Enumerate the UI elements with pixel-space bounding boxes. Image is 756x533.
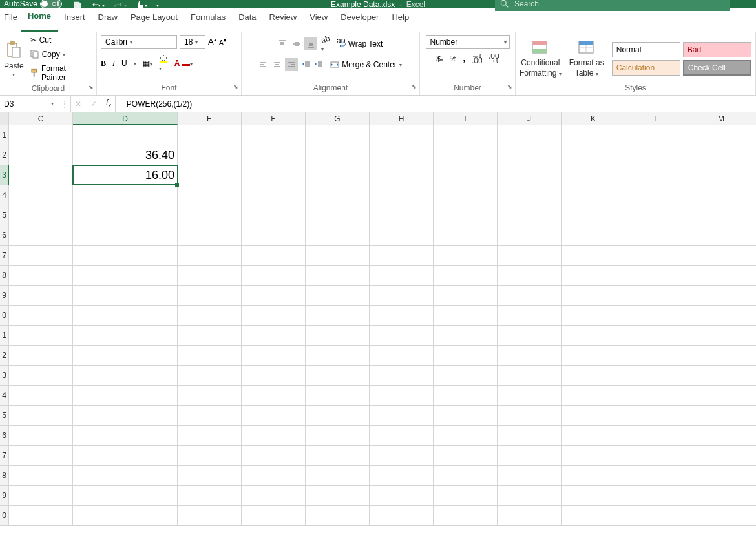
cell-F11[interactable] xyxy=(242,326,306,345)
cell-J15[interactable] xyxy=(498,406,562,425)
cell-C8[interactable] xyxy=(9,266,73,285)
cell-K1[interactable] xyxy=(562,125,625,145)
cell-C1[interactable] xyxy=(9,125,73,145)
cell-K8[interactable] xyxy=(562,266,625,285)
row-header[interactable]: 6 xyxy=(0,225,9,245)
cell-D5[interactable] xyxy=(73,205,178,225)
cell-E1[interactable] xyxy=(178,125,242,145)
tab-review[interactable]: Review xyxy=(263,8,304,32)
cell-J14[interactable] xyxy=(498,386,562,405)
tab-home[interactable]: Home xyxy=(21,7,58,32)
cell-M20[interactable] xyxy=(689,506,753,525)
cell-C16[interactable] xyxy=(9,426,73,445)
cell-I18[interactable] xyxy=(434,466,498,485)
cell-M12[interactable] xyxy=(689,346,753,365)
cell-K12[interactable] xyxy=(562,346,625,365)
align-middle-icon[interactable] xyxy=(290,37,303,50)
touch-mode-button[interactable]: ▾ xyxy=(136,1,147,10)
cell-F12[interactable] xyxy=(242,346,306,365)
col-header-J[interactable]: J xyxy=(498,112,562,125)
cell-C9[interactable] xyxy=(9,286,73,305)
cell-I10[interactable] xyxy=(434,306,498,325)
bold-button[interactable]: B xyxy=(101,59,106,68)
cell-C11[interactable] xyxy=(9,326,73,345)
row-header[interactable]: 1 xyxy=(0,125,9,145)
cell-F14[interactable] xyxy=(242,386,306,405)
decrease-indent-icon[interactable] xyxy=(302,60,311,69)
cell-G2[interactable] xyxy=(306,145,370,165)
cell-L16[interactable] xyxy=(625,426,689,445)
underline-button[interactable]: U xyxy=(121,59,127,68)
cell-F3[interactable] xyxy=(242,165,306,185)
align-bottom-icon[interactable] xyxy=(304,37,317,50)
cell-I13[interactable] xyxy=(434,366,498,385)
cell-J10[interactable] xyxy=(498,306,562,325)
cell-E16[interactable] xyxy=(178,426,242,445)
cell-M5[interactable] xyxy=(689,205,753,225)
row-header[interactable]: 9 xyxy=(0,486,9,505)
cell-H19[interactable] xyxy=(370,486,434,505)
cell-D19[interactable] xyxy=(73,486,178,505)
cell-K16[interactable] xyxy=(562,426,625,445)
cell-M8[interactable] xyxy=(689,266,753,285)
cell-F6[interactable] xyxy=(242,225,306,245)
cancel-formula-icon[interactable]: ✕ xyxy=(75,99,81,109)
cell-J6[interactable] xyxy=(498,225,562,245)
cell-K9[interactable] xyxy=(562,286,625,305)
cell-G8[interactable] xyxy=(306,266,370,285)
cell-K7[interactable] xyxy=(562,246,625,265)
cell-G19[interactable] xyxy=(306,486,370,505)
align-left-icon[interactable] xyxy=(257,58,269,71)
row-header[interactable]: 7 xyxy=(0,246,9,265)
cell-D6[interactable] xyxy=(73,225,178,245)
cell-H6[interactable] xyxy=(370,225,434,245)
cell-E5[interactable] xyxy=(178,205,242,225)
comma-button[interactable]: , xyxy=(463,54,465,63)
spreadsheet-grid[interactable]: C D E F G H I J K L M 1236.40316.0045678… xyxy=(0,112,756,526)
cell-E13[interactable] xyxy=(178,366,242,385)
cell-J12[interactable] xyxy=(498,346,562,365)
formula-bar[interactable]: =POWER(256,(1/2)) xyxy=(116,96,756,112)
cell-L2[interactable] xyxy=(625,145,689,165)
cell-L3[interactable] xyxy=(625,165,689,185)
cell-K15[interactable] xyxy=(562,406,625,425)
cell-L5[interactable] xyxy=(625,205,689,225)
cell-D1[interactable] xyxy=(73,125,178,145)
cell-I4[interactable] xyxy=(434,185,498,205)
cell-J16[interactable] xyxy=(498,426,562,445)
cell-H13[interactable] xyxy=(370,366,434,385)
cell-H11[interactable] xyxy=(370,326,434,345)
italic-button[interactable]: I xyxy=(112,59,115,68)
cell-I3[interactable] xyxy=(434,165,498,185)
number-format-combo[interactable]: Number▾ xyxy=(426,35,510,49)
increase-decimal-icon[interactable]: ←0.00 xyxy=(472,54,482,63)
cell-L11[interactable] xyxy=(625,326,689,345)
cut-button[interactable]: ✂ Cut xyxy=(28,35,92,45)
align-top-icon[interactable] xyxy=(276,37,289,50)
cell-E7[interactable] xyxy=(178,246,242,265)
paste-button[interactable]: Paste ▾ xyxy=(4,41,24,78)
cell-I16[interactable] xyxy=(434,426,498,445)
cell-D13[interactable] xyxy=(73,366,178,385)
cell-F4[interactable] xyxy=(242,185,306,205)
style-check-cell[interactable]: Check Cell xyxy=(683,60,751,76)
save-icon[interactable] xyxy=(72,0,83,10)
name-box[interactable]: D3 ▾ xyxy=(0,96,58,112)
cell-G7[interactable] xyxy=(306,246,370,265)
cell-M1[interactable] xyxy=(689,125,753,145)
cell-F17[interactable] xyxy=(242,446,306,465)
row-header[interactable]: 1 xyxy=(0,326,9,345)
cell-G4[interactable] xyxy=(306,185,370,205)
copy-button[interactable]: Copy ▾ xyxy=(28,49,92,59)
cell-E3[interactable] xyxy=(178,165,242,185)
row-header[interactable]: 5 xyxy=(0,205,9,225)
col-header-D[interactable]: D xyxy=(73,112,178,125)
cell-F8[interactable] xyxy=(242,266,306,285)
cell-M2[interactable] xyxy=(689,145,753,165)
cell-M18[interactable] xyxy=(689,466,753,485)
qat-customize-icon[interactable]: ▾ xyxy=(156,3,159,8)
cell-M17[interactable] xyxy=(689,446,753,465)
row-header[interactable]: 3 xyxy=(0,366,9,385)
tab-view[interactable]: View xyxy=(303,8,334,32)
borders-button[interactable]: ▦▾ xyxy=(143,59,152,68)
